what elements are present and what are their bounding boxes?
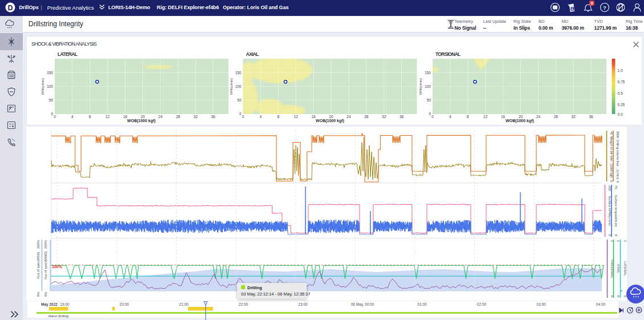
- svg-text:0: 0: [610, 295, 614, 297]
- svg-text:5000 Drilling volume flow ...: 5000 Drilling volume flow ...(L/min) 0: [616, 131, 619, 183]
- svg-text:0.75: 0.75: [618, 80, 625, 84]
- svg-text:36: 36: [400, 115, 404, 119]
- svg-text:100: 100: [235, 84, 242, 88]
- svg-text:Surface torque(kN.m): Surface torque(kN.m): [614, 195, 618, 226]
- svg-text:4: 4: [449, 115, 451, 119]
- svg-text:150: 150: [425, 71, 431, 75]
- svg-text:WOB(1000 kgf): WOB(1000 kgf): [127, 119, 156, 123]
- svg-text:0%: 0%: [44, 292, 47, 297]
- svg-text:Out of spec(MWD): Out of spec(MWD): [44, 251, 47, 280]
- svg-text:WOB(1000 kgf): WOB(1000 kgf): [506, 119, 534, 123]
- svg-text:0: 0: [614, 234, 618, 236]
- svg-text:TORSIONAL: TORSIONAL: [610, 259, 614, 278]
- svg-text:200: 200: [608, 185, 612, 191]
- svg-text:WOB(1000 kgf): WOB(1000 kgf): [316, 119, 344, 123]
- svg-text:100%: 100%: [52, 265, 63, 269]
- svg-text:24: 24: [347, 115, 351, 119]
- svg-text:0: 0: [51, 112, 53, 116]
- svg-text:0: 0: [608, 234, 612, 236]
- svg-text:01:00: 01:00: [417, 302, 427, 306]
- svg-text:20: 20: [519, 115, 523, 119]
- svg-text:May 2022: May 2022: [41, 302, 58, 307]
- svg-text:RPM(c/min): RPM(c/min): [419, 78, 422, 95]
- svg-text:22:00: 22:00: [239, 302, 248, 306]
- svg-text:100: 100: [47, 84, 53, 88]
- svg-text:8: 8: [467, 115, 469, 119]
- svg-text:0: 0: [54, 115, 56, 119]
- svg-text:50: 50: [49, 98, 54, 102]
- svg-text:8: 8: [89, 115, 91, 119]
- svg-text:Out of spec(RSS): Out of spec(RSS): [36, 252, 40, 278]
- svg-text:0: 0: [431, 115, 434, 119]
- svg-text:32: 32: [382, 115, 386, 119]
- svg-text:0.25: 0.25: [618, 103, 625, 107]
- svg-text:12: 12: [105, 115, 110, 119]
- svg-text:0.0: 0.0: [618, 112, 623, 116]
- svg-text:40 Weight on bit refer...(100: 40 Weight on bit refer...(1000 kgf) -5: [610, 131, 613, 182]
- svg-text:LATERAL: LATERAL: [623, 261, 627, 276]
- svg-text:0: 0: [242, 115, 244, 119]
- svg-text:RPM(c/min): RPM(c/min): [230, 78, 233, 95]
- svg-text:200%: 200%: [44, 240, 47, 249]
- svg-text:21:00: 21:00: [179, 302, 189, 306]
- svg-text:8: 8: [277, 115, 279, 119]
- svg-text:04:00: 04:00: [596, 302, 606, 306]
- svg-text:16: 16: [123, 115, 128, 119]
- svg-text:50: 50: [237, 98, 242, 102]
- svg-text:20: 20: [329, 115, 333, 119]
- svg-text:03:00: 03:00: [536, 302, 546, 306]
- svg-text:bharun (Drilling): bharun (Drilling): [48, 314, 69, 318]
- svg-text:28: 28: [176, 115, 181, 119]
- svg-text:?: ?: [603, 5, 606, 11]
- svg-text:0%: 0%: [36, 292, 40, 297]
- svg-text:4: 4: [71, 115, 74, 119]
- svg-text:1: 1: [623, 240, 627, 242]
- svg-text:Surface RPM(c/min): Surface RPM(c/min): [608, 196, 612, 225]
- svg-text:LATERAL: LATERAL: [58, 51, 78, 57]
- svg-text:28: 28: [364, 115, 369, 119]
- svg-text:19:00: 19:00: [60, 302, 70, 306]
- svg-text:32: 32: [572, 115, 576, 119]
- svg-text:24: 24: [536, 115, 541, 119]
- svg-text:50: 50: [427, 98, 431, 102]
- svg-text:06 May, 00:00: 06 May, 00:00: [351, 302, 374, 307]
- svg-text:0.5: 0.5: [618, 91, 623, 95]
- svg-text:100: 100: [425, 84, 431, 88]
- svg-text:AXIAL: AXIAL: [246, 51, 259, 57]
- svg-text:0: 0: [429, 112, 431, 116]
- svg-text:28: 28: [554, 115, 559, 119]
- svg-text:16: 16: [501, 115, 506, 119]
- svg-text:32: 32: [194, 115, 198, 119]
- svg-text:70: 70: [614, 185, 618, 189]
- svg-text:20: 20: [141, 115, 145, 119]
- svg-text:4: 4: [260, 115, 262, 119]
- svg-text:150: 150: [47, 71, 53, 75]
- svg-text:0: 0: [617, 295, 620, 297]
- svg-text:1.0: 1.0: [618, 68, 623, 72]
- svg-text:200%: 200%: [36, 240, 40, 249]
- svg-text:AXIAL: AXIAL: [617, 264, 620, 274]
- svg-text:23:00: 23:00: [298, 302, 308, 306]
- svg-text:TORSIONAL: TORSIONAL: [435, 51, 460, 57]
- svg-text:12: 12: [483, 115, 488, 119]
- svg-text:12: 12: [294, 115, 299, 119]
- svg-text:24: 24: [158, 115, 163, 119]
- svg-text:SHOCK & VIBRATION ANALYSIS: SHOCK & VIBRATION ANALYSIS: [31, 41, 97, 47]
- svg-text:1: 1: [610, 240, 614, 242]
- svg-text:36: 36: [211, 115, 215, 119]
- svg-text:20:00: 20:00: [120, 302, 129, 306]
- svg-text:16: 16: [311, 115, 316, 119]
- svg-text:150: 150: [235, 71, 242, 75]
- svg-text:D: D: [7, 4, 13, 12]
- svg-text:RPM(c/min): RPM(c/min): [41, 78, 44, 95]
- svg-text:1: 1: [617, 240, 620, 242]
- svg-text:36: 36: [589, 115, 593, 119]
- svg-text:02:00: 02:00: [477, 302, 487, 306]
- svg-text:0: 0: [239, 112, 242, 116]
